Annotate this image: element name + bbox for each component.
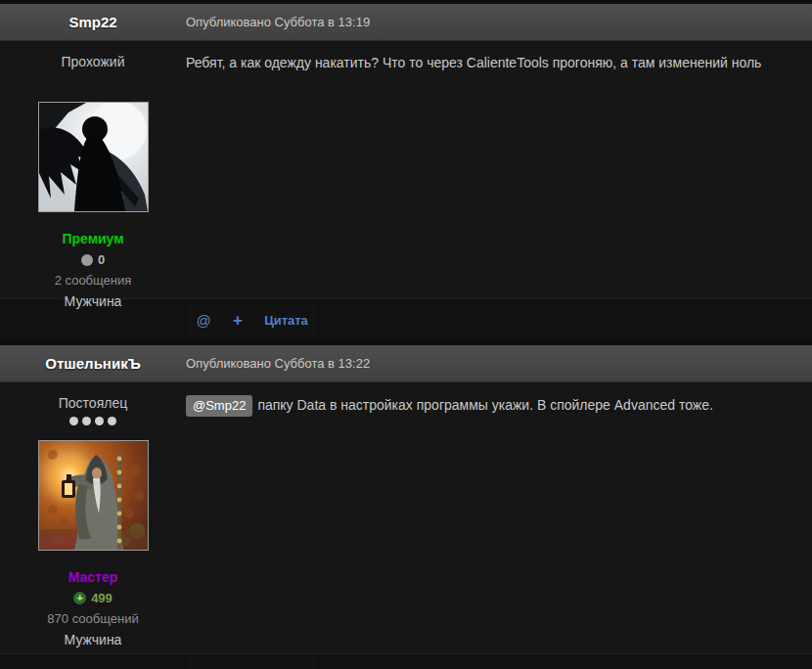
mention-badge[interactable]: @Smp22 xyxy=(186,395,252,417)
pip-icon xyxy=(95,417,104,425)
footer-fill xyxy=(319,654,812,669)
post-1-header: Smp22 Опубликовано Суббота в 13:19 xyxy=(0,4,812,41)
multiquote-button[interactable]: + xyxy=(222,299,254,341)
quote-button[interactable]: Цитата xyxy=(254,299,319,341)
post-message: Ребят, а как одежду накатить? Что то чер… xyxy=(186,41,812,298)
footer-fill xyxy=(319,299,812,341)
user-title: Постоялец xyxy=(0,395,186,411)
avatar-image-monk xyxy=(39,441,148,550)
user-pips xyxy=(0,75,186,85)
quote-button-label: Цитата xyxy=(264,313,308,328)
reputation-value: 0 xyxy=(98,252,105,267)
pip-icon xyxy=(69,417,78,425)
message-text: Ребят, а как одежду накатить? Что то чер… xyxy=(186,54,800,72)
post-author-link[interactable]: ОтшельникЪ xyxy=(0,355,186,372)
post-2-footer xyxy=(0,653,812,669)
message-body-text: папку Data в настройках программы укажи.… xyxy=(257,397,712,413)
green-plus-icon xyxy=(73,592,86,604)
post-timestamp-link[interactable]: Опубликовано Суббота в 13:22 xyxy=(186,356,370,371)
user-panel: Прохожий xyxy=(0,41,186,298)
avatar[interactable] xyxy=(38,102,149,212)
reputation-circle-icon xyxy=(81,254,93,266)
mention-button[interactable]: @ xyxy=(186,299,222,341)
footer-spacer xyxy=(0,299,186,341)
posts-count: 870 сообщений xyxy=(0,611,186,626)
multiquote-button[interactable] xyxy=(222,654,254,669)
user-group-label: Мастер xyxy=(0,569,186,585)
mention-button[interactable] xyxy=(186,654,222,669)
post-2-body: Постоялец xyxy=(0,382,812,653)
posts-count: 2 сообщения xyxy=(0,273,186,288)
reputation-row: 0 xyxy=(0,252,186,267)
post-author-link[interactable]: Smp22 xyxy=(0,14,186,30)
at-icon: @ xyxy=(196,312,210,329)
post-2: ОтшельникЪ Опубликовано Суббота в 13:22 … xyxy=(0,345,812,669)
plus-icon: + xyxy=(233,311,243,331)
pip-icon xyxy=(82,417,91,425)
pip-icon xyxy=(108,417,116,425)
forum-thread: Smp22 Опубликовано Суббота в 13:19 Прохо… xyxy=(0,0,812,669)
post-2-header: ОтшельникЪ Опубликовано Суббота в 13:22 xyxy=(0,345,812,382)
post-1: Smp22 Опубликовано Суббота в 13:19 Прохо… xyxy=(0,4,812,341)
quote-button[interactable] xyxy=(254,654,319,669)
user-group-label: Премиум xyxy=(0,231,186,246)
post-1-footer: @ + Цитата xyxy=(0,298,812,341)
reputation-value: 499 xyxy=(91,591,113,605)
user-title: Прохожий xyxy=(0,54,186,69)
avatar-image-angel xyxy=(39,103,148,211)
post-timestamp-link[interactable]: Опубликовано Суббота в 13:19 xyxy=(186,15,370,29)
user-panel: Постоялец xyxy=(0,382,186,653)
reputation-row: 499 xyxy=(0,591,186,605)
post-message: @Smp22папку Data в настройках программы … xyxy=(186,382,812,653)
avatar[interactable] xyxy=(38,440,149,551)
footer-spacer xyxy=(0,654,186,669)
message-text: @Smp22папку Data в настройках программы … xyxy=(186,395,800,417)
user-gender: Мужчина xyxy=(0,632,186,647)
post-1-body: Прохожий xyxy=(0,41,812,298)
user-pips xyxy=(0,417,186,426)
